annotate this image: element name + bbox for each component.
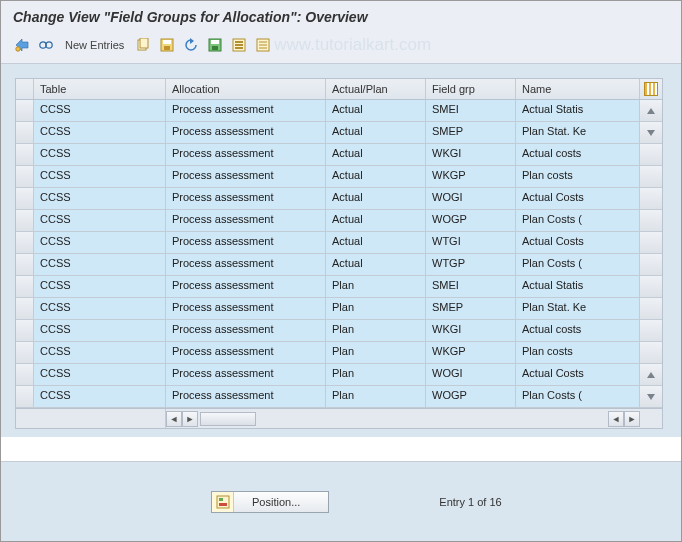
scroll-up-icon[interactable] (640, 100, 662, 121)
cell-allocation[interactable]: Process assessment (166, 188, 326, 209)
col-header-table[interactable]: Table (34, 79, 166, 99)
cell-name[interactable]: Plan Costs ( (516, 386, 640, 407)
position-button[interactable]: Position... (211, 491, 329, 513)
cell-allocation[interactable]: Process assessment (166, 342, 326, 363)
cell-name[interactable]: Actual Costs (516, 232, 640, 253)
cell-actual-plan[interactable]: Actual (326, 210, 426, 231)
copy-icon[interactable] (134, 36, 152, 54)
row-selector[interactable] (16, 364, 34, 385)
scroll-track[interactable] (640, 254, 662, 275)
scroll-track[interactable] (640, 342, 662, 363)
cell-table[interactable]: CCSS (34, 122, 166, 143)
select-all-column[interactable] (16, 79, 34, 99)
cell-actual-plan[interactable]: Actual (326, 254, 426, 275)
cell-field-grp[interactable]: WKGI (426, 320, 516, 341)
cell-field-grp[interactable]: WKGP (426, 342, 516, 363)
cell-field-grp[interactable]: SMEP (426, 122, 516, 143)
row-selector[interactable] (16, 276, 34, 297)
deselect-all-icon[interactable] (254, 36, 272, 54)
cell-name[interactable]: Actual costs (516, 320, 640, 341)
scroll-thumb[interactable] (200, 412, 256, 426)
cell-actual-plan[interactable]: Plan (326, 298, 426, 319)
cell-field-grp[interactable]: WKGP (426, 166, 516, 187)
cell-actual-plan[interactable]: Actual (326, 188, 426, 209)
cell-name[interactable]: Actual Statis (516, 100, 640, 121)
display-icon[interactable] (37, 36, 55, 54)
col-header-name[interactable]: Name (516, 79, 640, 99)
scroll-track[interactable] (640, 320, 662, 341)
cell-table[interactable]: CCSS (34, 254, 166, 275)
cell-actual-plan[interactable]: Actual (326, 166, 426, 187)
row-selector[interactable] (16, 342, 34, 363)
row-selector[interactable] (16, 298, 34, 319)
cell-name[interactable]: Actual costs (516, 144, 640, 165)
row-selector[interactable] (16, 320, 34, 341)
cell-name[interactable]: Plan Stat. Ke (516, 298, 640, 319)
cell-name[interactable]: Plan costs (516, 166, 640, 187)
cell-actual-plan[interactable]: Plan (326, 276, 426, 297)
row-selector[interactable] (16, 100, 34, 121)
scroll-left-end-icon[interactable]: ◄ (608, 411, 624, 427)
undo-icon[interactable] (182, 36, 200, 54)
cell-allocation[interactable]: Process assessment (166, 386, 326, 407)
cell-field-grp[interactable]: WTGP (426, 254, 516, 275)
cell-table[interactable]: CCSS (34, 232, 166, 253)
scroll-down-icon[interactable] (640, 122, 662, 143)
cell-actual-plan[interactable]: Actual (326, 100, 426, 121)
cell-actual-plan[interactable]: Plan (326, 342, 426, 363)
cell-name[interactable]: Actual Costs (516, 364, 640, 385)
cell-table[interactable]: CCSS (34, 364, 166, 385)
cell-field-grp[interactable]: SMEP (426, 298, 516, 319)
toggle-icon[interactable] (13, 36, 31, 54)
col-header-field-grp[interactable]: Field grp (426, 79, 516, 99)
new-entries-button[interactable]: New Entries (61, 39, 128, 51)
cell-actual-plan[interactable]: Actual (326, 122, 426, 143)
scroll-right-end-icon[interactable]: ► (624, 411, 640, 427)
row-selector[interactable] (16, 386, 34, 407)
col-header-actual-plan[interactable]: Actual/Plan (326, 79, 426, 99)
cell-allocation[interactable]: Process assessment (166, 276, 326, 297)
cell-name[interactable]: Actual Statis (516, 276, 640, 297)
cell-actual-plan[interactable]: Plan (326, 320, 426, 341)
cell-allocation[interactable]: Process assessment (166, 100, 326, 121)
cell-actual-plan[interactable]: Actual (326, 232, 426, 253)
scroll-track[interactable] (640, 166, 662, 187)
scroll-track[interactable] (640, 210, 662, 231)
cell-name[interactable]: Plan Costs ( (516, 254, 640, 275)
cell-allocation[interactable]: Process assessment (166, 210, 326, 231)
cell-allocation[interactable]: Process assessment (166, 166, 326, 187)
scroll-left-icon[interactable]: ◄ (166, 411, 182, 427)
row-selector[interactable] (16, 254, 34, 275)
row-selector[interactable] (16, 188, 34, 209)
cell-name[interactable]: Actual Costs (516, 188, 640, 209)
save-icon[interactable] (206, 36, 224, 54)
cell-table[interactable]: CCSS (34, 166, 166, 187)
cell-field-grp[interactable]: WTGI (426, 232, 516, 253)
scroll-up-end-icon[interactable] (640, 364, 662, 385)
cell-name[interactable]: Plan costs (516, 342, 640, 363)
cell-table[interactable]: CCSS (34, 386, 166, 407)
save-variant-icon[interactable] (158, 36, 176, 54)
cell-field-grp[interactable]: WOGP (426, 386, 516, 407)
scroll-track[interactable] (640, 232, 662, 253)
table-settings-icon[interactable] (640, 79, 662, 99)
row-selector[interactable] (16, 166, 34, 187)
cell-actual-plan[interactable]: Plan (326, 386, 426, 407)
cell-allocation[interactable]: Process assessment (166, 122, 326, 143)
cell-table[interactable]: CCSS (34, 210, 166, 231)
cell-field-grp[interactable]: WOGI (426, 188, 516, 209)
cell-field-grp[interactable]: WOGP (426, 210, 516, 231)
cell-table[interactable]: CCSS (34, 276, 166, 297)
cell-allocation[interactable]: Process assessment (166, 320, 326, 341)
cell-field-grp[interactable]: SMEI (426, 100, 516, 121)
cell-table[interactable]: CCSS (34, 100, 166, 121)
cell-field-grp[interactable]: SMEI (426, 276, 516, 297)
cell-allocation[interactable]: Process assessment (166, 232, 326, 253)
select-all-icon[interactable] (230, 36, 248, 54)
row-selector[interactable] (16, 210, 34, 231)
cell-actual-plan[interactable]: Actual (326, 144, 426, 165)
cell-table[interactable]: CCSS (34, 144, 166, 165)
scroll-track[interactable] (640, 298, 662, 319)
cell-allocation[interactable]: Process assessment (166, 254, 326, 275)
cell-table[interactable]: CCSS (34, 342, 166, 363)
